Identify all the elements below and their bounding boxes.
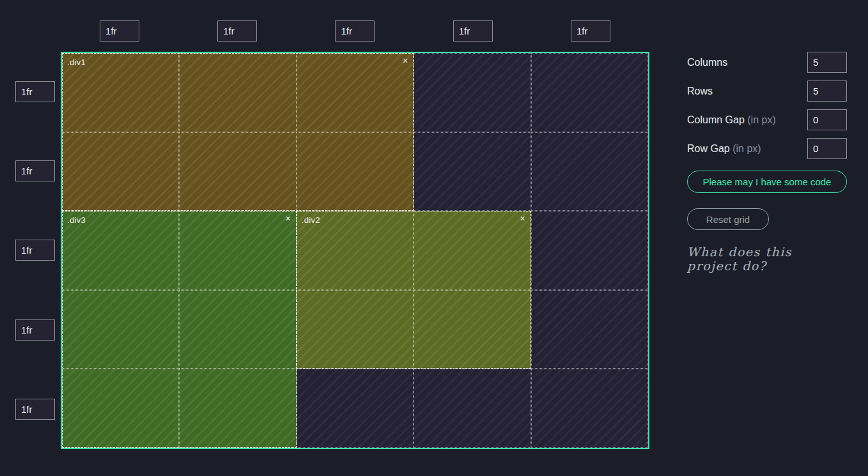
row-track-input-1[interactable] <box>15 81 55 102</box>
column-track-input-5[interactable] <box>571 20 610 42</box>
row-track-input-2[interactable] <box>15 160 55 181</box>
columns-field: Columns <box>687 52 847 73</box>
close-icon[interactable]: × <box>403 56 408 65</box>
column-track-input-1[interactable] <box>100 20 139 42</box>
reset-grid-button[interactable]: Reset grid <box>687 208 769 230</box>
grid-preview: .div1 × .div2 × .div3 × <box>61 52 649 449</box>
grid-item-div2[interactable]: .div2 × <box>297 211 531 369</box>
row-track-inputs <box>15 52 55 449</box>
column-gap-field: Column Gap (in px) <box>687 109 847 130</box>
columns-input[interactable] <box>807 52 847 73</box>
close-icon[interactable]: × <box>520 214 525 223</box>
columns-label: Columns <box>687 57 727 68</box>
column-track-inputs <box>61 20 649 42</box>
get-code-button[interactable]: Please may I have some code <box>687 171 847 193</box>
row-gap-input[interactable] <box>807 138 847 159</box>
close-icon[interactable]: × <box>286 214 291 223</box>
grid-item-label: .div2 <box>302 215 320 225</box>
column-gap-input[interactable] <box>807 109 847 130</box>
row-gap-field: Row Gap (in px) <box>687 138 847 159</box>
row-gap-label: Row Gap (in px) <box>687 143 761 155</box>
settings-sidebar: Columns Rows Column Gap (in px) Row Gap … <box>687 52 847 273</box>
column-track-input-3[interactable] <box>335 20 375 42</box>
grid-items-layer: .div1 × .div2 × .div3 × <box>62 53 648 448</box>
grid-item-div3[interactable]: .div3 × <box>62 211 297 448</box>
column-track-input-4[interactable] <box>453 20 493 42</box>
row-track-input-4[interactable] <box>15 319 55 341</box>
row-track-input-5[interactable] <box>15 399 55 420</box>
column-gap-unit: (in px) <box>747 114 775 125</box>
rows-input[interactable] <box>807 81 847 102</box>
rows-field: Rows <box>687 81 847 102</box>
project-info-link[interactable]: What does this project do? <box>687 245 847 273</box>
row-gap-unit: (in px) <box>732 143 761 154</box>
rows-label: Rows <box>687 86 713 97</box>
grid-item-label: .div3 <box>67 215 86 225</box>
grid-item-label: .div1 <box>67 58 86 67</box>
grid-item-div1[interactable]: .div1 × <box>62 53 414 211</box>
row-track-input-3[interactable] <box>15 240 55 261</box>
column-track-input-2[interactable] <box>217 20 257 42</box>
column-gap-label: Column Gap (in px) <box>687 114 776 126</box>
